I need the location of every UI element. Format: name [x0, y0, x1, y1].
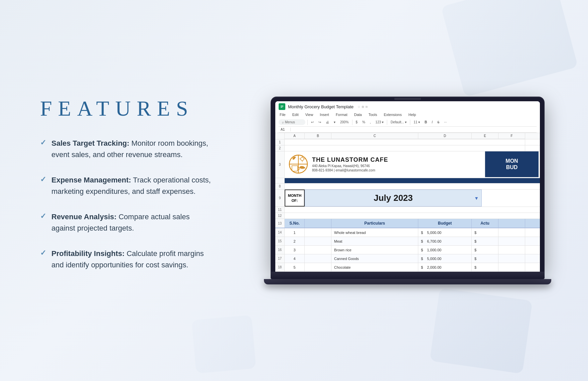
toolbar-comma[interactable]: , [369, 120, 372, 124]
cell-14-actual[interactable]: $ [472, 228, 498, 237]
cell-18-actual[interactable]: $ [472, 263, 498, 271]
row-2: 2 [275, 145, 540, 151]
cell-15-empty[interactable] [305, 237, 331, 245]
row-num-2: 2 [275, 145, 285, 151]
cell-18-sno[interactable]: 5 [285, 263, 305, 271]
data-row-17: 17 4 Canned Goods $ 5,000.00 $ [275, 254, 540, 263]
cell-14-budget[interactable]: $ 5,000.00 [418, 228, 472, 237]
sheets-toolbar: ⌕ Menus ↩ ↪ 🖨 ▾ 200% $ % , 123 ▾ [279, 118, 537, 127]
menu-edit[interactable]: Edit [291, 112, 300, 117]
toolbar-italic[interactable]: I [430, 120, 434, 124]
cell-15-extra[interactable] [498, 237, 525, 245]
cell-17-extra[interactable] [498, 254, 525, 263]
sheets-formula-bar: A1 [279, 127, 537, 133]
cell-15-actual[interactable]: $ [472, 237, 498, 245]
menu-help[interactable]: Help [407, 112, 417, 117]
row-11: 11 [275, 207, 540, 213]
blue-bar [285, 178, 525, 183]
toolbar-format-select[interactable]: 123 ▾ [374, 120, 385, 124]
cell-17-actual[interactable]: $ [472, 254, 498, 263]
cafe-name: THE LUNASTORM CAFE [312, 156, 388, 163]
cell-18-particular[interactable]: Chocolate [331, 263, 418, 271]
cell-17-budget[interactable]: $ 5,000.00 [418, 254, 472, 263]
cell-14-empty[interactable] [305, 228, 331, 237]
cell-16-empty[interactable] [305, 246, 331, 254]
check-icon-1: ✓ [40, 138, 46, 147]
row-num-1: 1 [275, 139, 285, 145]
month-dropdown-arrow[interactable]: ▼ [474, 196, 479, 201]
spreadsheet-area: A B C D E F 1 [275, 133, 540, 272]
cell-2a[interactable] [285, 145, 525, 151]
toolbar-zoom-value: 200% [339, 120, 350, 124]
toolbar-currency[interactable]: $ [354, 120, 359, 124]
col-d-header: D [418, 133, 472, 139]
menu-view[interactable]: View [304, 112, 314, 117]
row-num-18: 18 [275, 263, 285, 271]
toolbar-font[interactable]: Default... ▾ [389, 120, 408, 124]
cell-16-sno[interactable]: 3 [285, 246, 305, 254]
cell-17-empty[interactable] [305, 254, 331, 263]
cell-16-budget[interactable]: $ 1,000.00 [418, 246, 472, 254]
row-num-17: 17 [275, 254, 285, 263]
svg-rect-2 [281, 106, 283, 107]
menu-extensions[interactable]: Extensions [383, 112, 403, 117]
cell-17-sno[interactable]: 4 [285, 254, 305, 263]
toolbar-divider-1 [307, 120, 308, 125]
feature-item-4: ✓ Profitability Insights: Calculate prof… [40, 248, 214, 271]
cell-16-particular[interactable]: Brown rice [331, 246, 418, 254]
row-num-14: 14 [275, 228, 285, 237]
month-value-cell[interactable]: July 2023 ▼ [305, 189, 482, 207]
cell-14-particular[interactable]: Whole wheat bread [331, 228, 418, 237]
col-e-header: E [472, 133, 498, 139]
menu-data[interactable]: Data [353, 112, 363, 117]
row-12: 12 [275, 213, 540, 219]
cell-15-budget[interactable]: $ 6,700.00 [418, 237, 472, 245]
feature-text-2: Expense Management: Track operational co… [51, 174, 214, 197]
toolbar-zoom-select[interactable]: ▾ [332, 120, 337, 124]
menu-file[interactable]: File [279, 112, 287, 117]
cell-1a[interactable] [285, 139, 525, 145]
toolbar-print[interactable]: 🖨 [324, 120, 330, 124]
toolbar-divider-4 [410, 120, 410, 125]
col-a-header: A [285, 133, 305, 139]
cell-17-particular[interactable]: Canned Goods [331, 254, 418, 263]
cell-16-extra[interactable] [498, 246, 525, 254]
menu-format[interactable]: Format [335, 112, 348, 117]
toolbar-more[interactable]: ··· [443, 120, 448, 124]
feature-text-1: Sales Target Tracking: Monitor room book… [51, 138, 214, 160]
cell-15-particular[interactable]: Meat [331, 237, 418, 245]
cell-15-sno[interactable]: 2 [285, 237, 305, 245]
cell-18-empty[interactable] [305, 263, 331, 271]
check-icon-2: ✓ [40, 175, 46, 184]
svg-rect-3 [281, 107, 282, 108]
cell-14-sno[interactable]: 1 [285, 228, 305, 237]
cafe-header-row: 3 [275, 151, 540, 178]
toolbar-search[interactable]: ⌕ Menus [279, 119, 305, 125]
cell-11 [285, 207, 525, 213]
toolbar-undo[interactable]: ↩ [310, 120, 315, 124]
toolbar-fontsize[interactable]: 11 ▾ [412, 120, 421, 124]
toolbar-redo[interactable]: ↪ [317, 120, 322, 124]
svg-point-7 [301, 157, 304, 161]
toolbar-percent[interactable]: % [361, 120, 366, 124]
cell-16-actual[interactable]: $ [472, 246, 498, 254]
cell-8 [285, 183, 525, 189]
row-num-6 [275, 178, 285, 183]
laptop-screen: Monthly Grocery Budget Template ☆ ⊕ ≋ Fi… [271, 97, 545, 272]
cafe-address: 440 Aleka Pl Kapaa, Hawaii(HI), 96746 [312, 163, 388, 168]
cell-14-extra[interactable] [498, 228, 525, 237]
menu-tools[interactable]: Tools [368, 112, 378, 117]
laptop-wrapper: Monthly Grocery Budget Template ☆ ⊕ ≋ Fi… [271, 97, 545, 284]
cell-18-budget[interactable]: $ 2,000.00 [418, 263, 472, 271]
svg-rect-1 [281, 106, 283, 106]
toolbar-strikethrough[interactable]: S̶ [436, 120, 441, 124]
toolbar-bold[interactable]: B [423, 120, 428, 124]
menu-insert[interactable]: Insert [319, 112, 330, 117]
col-f-header: F [498, 133, 525, 139]
data-row-18: 18 5 Chocolate $ 2,000.00 $ [275, 263, 540, 272]
sheets-menu-bar: File Edit View Insert Format Data Tools … [279, 111, 537, 118]
th-budget: Budget [418, 219, 472, 228]
month-row: 9 MONTHOF: July 2023 ▼ [275, 189, 540, 207]
month-value-text: July 2023 [374, 193, 413, 203]
cell-18-extra[interactable] [498, 263, 525, 271]
